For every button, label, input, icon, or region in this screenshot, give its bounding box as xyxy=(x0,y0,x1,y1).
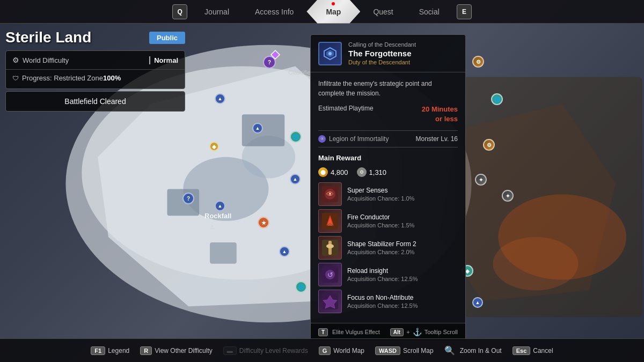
reward-gold: ⬤ 4,800 xyxy=(318,167,348,177)
marker-8[interactable]: ▲ xyxy=(279,246,290,257)
mission-body: Infiltrate the enemy's strategic point a… xyxy=(311,72,465,323)
shield-icon: 🛡 xyxy=(12,75,19,82)
reward-coins-row: ⬤ 4,800 ⚙ 1,310 xyxy=(318,167,458,177)
marker-1[interactable]: ▲ xyxy=(215,93,225,104)
mission-category: Calling of the Descendant xyxy=(348,41,458,48)
top-nav: Q Journal Access Info Map Quest Social E xyxy=(0,0,644,24)
marker-5[interactable]: ? xyxy=(182,193,194,204)
scroll-hint: Alt + ⚓ Tooltip Scroll xyxy=(390,328,458,336)
svg-point-14 xyxy=(493,237,578,290)
svg-text:⚠: ⚠ xyxy=(210,224,215,230)
gear-points-icon: ⚙ xyxy=(357,167,367,177)
reward-thumb-4 xyxy=(318,290,342,313)
marker-right-7[interactable]: ▲ xyxy=(472,297,483,308)
world-difficulty-row: ⚙ World Difficulty | Normal xyxy=(6,51,185,70)
reward-text-4: Focus on Non-Attribute Acquisition Chanc… xyxy=(347,294,458,309)
marker-right-3[interactable]: ⚙ xyxy=(483,139,495,151)
marker-3[interactable]: ◆ xyxy=(209,142,219,151)
marker-6[interactable]: ▲ xyxy=(215,201,225,211)
cancel-key: Esc xyxy=(513,346,531,355)
marker-right-5[interactable]: ✦ xyxy=(502,190,514,202)
elite-label: Elite Vulgus Effect xyxy=(332,329,380,335)
bottom-scroll-map[interactable]: WASD Scroll Map xyxy=(375,346,434,355)
legend-key: F1 xyxy=(91,346,105,355)
mission-panel: Calling of the Descendant The Forgottens… xyxy=(310,34,466,341)
legend-label: Legend xyxy=(108,347,129,354)
bottom-bar: F1 Legend R View Other Difficulty ▬ Diff… xyxy=(0,338,644,362)
reward-item-1: Fire Conductor Acquisition Chance: 1.5% xyxy=(318,209,458,233)
scroll-map-label: Scroll Map xyxy=(403,347,434,354)
bottom-zoom[interactable]: 🔍 Zoom In & Out xyxy=(444,345,502,356)
tab-access-info[interactable]: Access Info xyxy=(242,0,306,24)
playtime-value: 20 Minutesor less xyxy=(422,105,458,124)
zoom-icon: 🔍 xyxy=(444,345,455,356)
marker-2[interactable]: ▲ xyxy=(252,123,263,134)
monster-level: Monster Lv. 16 xyxy=(416,135,458,143)
view-difficulty-label: View Other Difficulty xyxy=(155,347,213,354)
world-map-key: G xyxy=(319,346,331,355)
marker-7[interactable]: ★ xyxy=(258,217,269,228)
reward-text-0: Super Senses Acquisition Chance: 1.0% xyxy=(347,187,458,202)
scroll-map-key: WASD xyxy=(375,346,400,355)
mission-icon xyxy=(318,42,342,65)
battlefield-cleared-status: Battlefield Cleared xyxy=(5,91,185,112)
marker-right-4[interactable]: ✦ xyxy=(475,174,487,186)
mission-subtitle: Duty of the Descendant xyxy=(348,59,458,65)
reward-item-4: Focus on Non-Attribute Acquisition Chanc… xyxy=(318,290,458,313)
progress-value: 100% xyxy=(103,74,121,82)
progress-row: 🛡 Progress: Restricted Zone 100% xyxy=(6,70,185,88)
mission-title-block: Calling of the Descendant The Forgottens… xyxy=(348,41,458,65)
reward-text-3: Reload insight Acquisition Chance: 12.5% xyxy=(347,267,458,282)
bottom-legend[interactable]: F1 Legend xyxy=(91,346,129,355)
bottom-world-map[interactable]: G World Map xyxy=(319,346,364,355)
tab-quest[interactable]: Quest xyxy=(360,0,406,24)
progress-label-row: 🛡 Progress: Restricted Zone 100% xyxy=(12,74,121,82)
reward-text-2: Shape Stabilizer Form 2 Acquisition Chan… xyxy=(347,240,458,255)
tab-journal[interactable]: Journal xyxy=(192,0,242,24)
reward-section-title: Main Reward xyxy=(318,154,458,162)
tab-social[interactable]: Social xyxy=(406,0,452,24)
enemy-icon: 👁 xyxy=(318,135,326,143)
cancel-label: Cancel xyxy=(533,347,553,354)
svg-marker-15 xyxy=(271,50,280,59)
svg-point-18 xyxy=(328,52,332,55)
world-map-label: World Map xyxy=(333,347,364,354)
marker-4[interactable]: ▲ xyxy=(290,174,301,184)
bottom-difficulty-rewards: ▬ Difficulty Level Rewards xyxy=(223,346,308,355)
location-header: Sterile Land Public xyxy=(5,29,185,46)
svg-text:👁: 👁 xyxy=(326,190,334,198)
gold-coin-icon: ⬤ xyxy=(318,167,328,177)
bottom-cancel[interactable]: Esc Cancel xyxy=(513,346,553,355)
svg-point-25 xyxy=(326,244,334,248)
key-q[interactable]: Q xyxy=(172,4,187,19)
progress-label: 🛡 Progress: Restricted Zone xyxy=(12,74,103,82)
marker-right-1[interactable]: ⚙ xyxy=(472,56,484,68)
marker-teal-1[interactable]: 🌐 xyxy=(290,131,302,143)
playtime-row: Estimated Playtime 20 Minutesor less xyxy=(318,105,458,124)
left-panel: Sterile Land Public ⚙ World Difficulty |… xyxy=(5,29,185,112)
notification-dot xyxy=(332,2,335,5)
reward-thumb-0: 👁 xyxy=(318,182,342,206)
world-difficulty-box: ⚙ World Difficulty | Normal 🛡 Progress: … xyxy=(5,50,185,89)
mission-description: Infiltrate the enemy's strategic point a… xyxy=(318,79,458,98)
key-e[interactable]: E xyxy=(457,4,472,19)
reward-item-2: Shape Stabilizer Form 2 Acquisition Chan… xyxy=(318,236,458,260)
reward-item-3: ↺ Reload insight Acquisition Chance: 12.… xyxy=(318,263,458,286)
marker-right-2[interactable]: 🌐 xyxy=(491,93,503,105)
mission-name: The Forgottense xyxy=(348,49,458,58)
playtime-label: Estimated Playtime xyxy=(318,105,374,112)
marker-mission-active[interactable] xyxy=(270,49,281,62)
globe-icon: ⚙ xyxy=(12,56,19,64)
reward-thumb-2 xyxy=(318,236,342,260)
visibility-badge: Public xyxy=(149,32,185,44)
reward-text-1: Fire Conductor Acquisition Chance: 1.5% xyxy=(347,213,458,228)
elite-key-badge: T xyxy=(318,328,328,336)
marker-teal-2[interactable]: 🌐 xyxy=(295,281,307,293)
enemy-row: 👁 Legion of Immortality Monster Lv. 16 xyxy=(318,130,458,147)
reward-thumb-3: ↺ xyxy=(318,263,342,286)
tab-map[interactable]: Map xyxy=(306,0,360,24)
divider-icon: | xyxy=(149,55,151,65)
difficulty-rewards-key: ▬ xyxy=(223,346,237,355)
bottom-view-difficulty[interactable]: R View Other Difficulty xyxy=(140,346,213,355)
location-title: Sterile Land xyxy=(5,29,91,46)
